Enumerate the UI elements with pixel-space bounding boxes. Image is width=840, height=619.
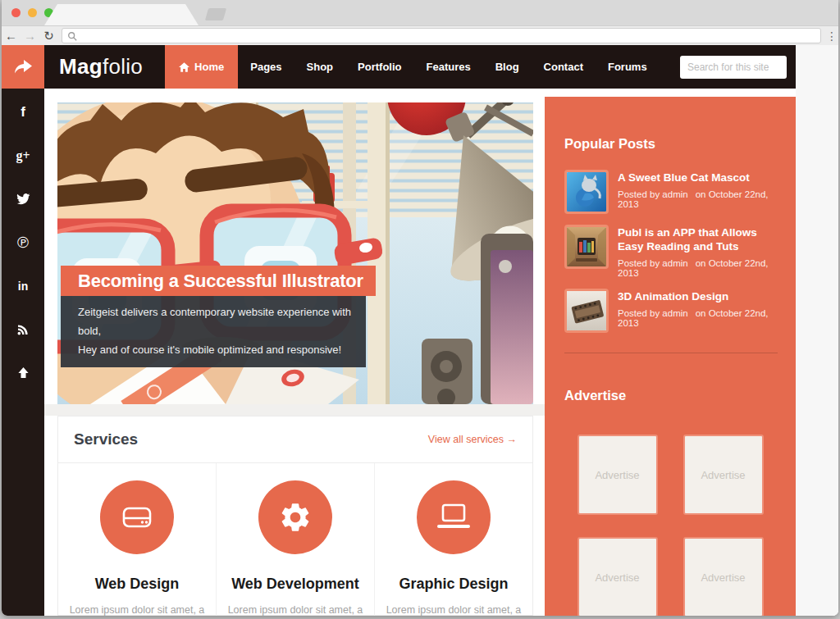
site-logo[interactable]: Magfolio — [44, 45, 165, 89]
site-search-input[interactable] — [680, 56, 787, 79]
logo-light: folio — [103, 54, 143, 80]
nav-label: Features — [426, 61, 470, 73]
address-bar[interactable] — [62, 28, 821, 43]
advertise-label: Advertise — [701, 571, 745, 584]
nav-item-features[interactable]: Features — [413, 45, 482, 89]
post-author: Posted by admin — [618, 258, 688, 268]
post-thumbnail — [564, 170, 609, 214]
nav-item-pages[interactable]: Pages — [238, 45, 294, 89]
browser-menu-icon[interactable]: ⋮ — [825, 30, 838, 43]
nav-item-forums[interactable]: Forums — [596, 45, 660, 89]
view-all-services-link[interactable]: View all services → — [428, 434, 517, 445]
share-button[interactable] — [2, 45, 44, 89]
close-button[interactable] — [11, 8, 21, 17]
forward-button[interactable]: → — [21, 26, 39, 45]
webpage: Magfolio Home Pages Shop Portfolio Featu… — [2, 45, 838, 616]
post-text: A Sweet Blue Cat Mascot Posted by admino… — [618, 170, 779, 214]
scroll-top-button[interactable] — [2, 351, 44, 394]
browser-chrome: ← → ↻ ⋮ — [2, 0, 838, 45]
post-title: Publ is an APP that Allows Easy Reading … — [618, 225, 779, 253]
new-tab-button[interactable] — [205, 8, 226, 20]
browser-tab[interactable] — [44, 4, 199, 25]
back-button[interactable]: ← — [2, 26, 21, 45]
service-card-graphic-design[interactable]: Graphic Design Lorem ipsum dolor sit ame… — [374, 463, 532, 616]
twitter-icon[interactable] — [2, 177, 44, 221]
advertise-label: Advertise — [701, 469, 745, 481]
post-meta: Posted by adminon October 22nd, 2013 — [618, 189, 779, 209]
main-navigation: Home Pages Shop Portfolio Features Blog … — [165, 45, 660, 89]
nav-label: Contact — [544, 61, 583, 73]
nav-item-contact[interactable]: Contact — [532, 45, 596, 89]
search-icon — [67, 31, 77, 41]
popular-posts-list: A Sweet Blue Cat Mascot Posted by admino… — [564, 170, 779, 333]
service-icon-circle — [100, 480, 174, 554]
toolbar: ← → ↻ ⋮ — [2, 25, 838, 46]
post-item-blue-cat[interactable]: A Sweet Blue Cat Mascot Posted by admino… — [564, 170, 779, 214]
nav-item-home[interactable]: Home — [165, 45, 238, 89]
nav-label: Pages — [250, 61, 281, 73]
service-title: Graphic Design — [399, 576, 508, 593]
service-icon-circle — [417, 480, 491, 554]
page-right-margin — [796, 45, 838, 616]
service-excerpt: Lorem ipsum dolor sit amet, a — [70, 604, 205, 616]
gplus-glyph: g+ — [16, 148, 30, 163]
google-plus-icon[interactable]: g+ — [2, 134, 44, 177]
advertise-slot-4[interactable]: Advertise — [683, 537, 764, 616]
rss-icon[interactable] — [2, 307, 44, 351]
advertise-slot-2[interactable]: Advertise — [683, 435, 764, 515]
facebook-glyph: f — [21, 104, 25, 121]
hero-title-banner[interactable]: Becoming a Successful Illustrator — [61, 266, 376, 296]
hero-subtitle-line1: Zeitgeist delivers a contemporary websit… — [78, 303, 354, 340]
film-reel-thumbnail-image — [567, 291, 606, 330]
service-title: Web Development — [231, 576, 359, 593]
site-header: Magfolio Home Pages Shop Portfolio Featu… — [44, 45, 796, 89]
linkedin-icon[interactable]: in — [2, 264, 44, 307]
pinterest-glyph: ℗ — [17, 234, 29, 252]
service-card-web-design[interactable]: Web Design Lorem ipsum dolor sit amet, a — [58, 463, 216, 616]
linkedin-glyph: in — [18, 280, 28, 293]
advertise-slot-3[interactable]: Advertise — [578, 537, 658, 616]
logo-bold: Mag — [59, 54, 103, 80]
nav-label: Blog — [495, 61, 519, 73]
advertise-grid: Advertise Advertise Advertise Advertise — [545, 435, 796, 616]
facebook-icon[interactable]: f — [2, 90, 44, 134]
browser-window: ← → ↻ ⋮ — [2, 0, 838, 616]
hero-subtitle-line2: Hey and of course it's mobile optimized … — [78, 340, 354, 359]
service-title: Web Design — [95, 576, 180, 593]
bookshelf-app-thumbnail-image — [567, 227, 606, 266]
service-excerpt: Lorem ipsum dolor sit amet, a — [386, 604, 522, 616]
post-title: 3D Animation Design — [618, 289, 779, 303]
social-sidebar: f g+ ℗ in — [2, 89, 44, 616]
service-excerpt: Lorem ipsum dolor sit amet, a — [228, 604, 363, 616]
minimize-button[interactable] — [28, 8, 37, 17]
hero-slide[interactable]: Becoming a Successful Illustrator Zeitge… — [57, 102, 533, 404]
post-item-publ-app[interactable]: Publ is an APP that Allows Easy Reading … — [564, 225, 779, 278]
advertise-label: Advertise — [595, 469, 639, 481]
services-header: Services View all services → — [58, 416, 532, 463]
post-author: Posted by admin — [618, 189, 688, 199]
post-meta: Posted by adminon October 22nd, 2013 — [618, 258, 779, 278]
speaker — [422, 339, 472, 404]
post-text: Publ is an APP that Allows Easy Reading … — [618, 225, 779, 278]
post-thumbnail — [564, 289, 609, 333]
gear-icon — [278, 500, 313, 535]
post-title: A Sweet Blue Cat Mascot — [618, 171, 779, 184]
services-section: Services View all services → Web Design — [57, 416, 533, 616]
widget-sidebar: Popular Posts — [545, 97, 796, 616]
nav-label: Forums — [608, 61, 647, 73]
pinterest-icon[interactable]: ℗ — [2, 221, 44, 264]
nav-item-blog[interactable]: Blog — [483, 45, 532, 89]
twitter-bird-icon — [16, 193, 30, 205]
service-card-web-development[interactable]: Web Development Lorem ipsum dolor sit am… — [216, 463, 374, 616]
nav-label: Home — [194, 61, 224, 73]
services-columns: Web Design Lorem ipsum dolor sit amet, a… — [58, 463, 532, 616]
post-thumbnail — [564, 225, 609, 269]
post-item-3d-animation[interactable]: 3D Animation Design Posted by adminon Oc… — [564, 289, 779, 333]
url-input[interactable] — [81, 30, 815, 43]
hard-drive-icon — [121, 501, 153, 534]
nav-item-portfolio[interactable]: Portfolio — [345, 45, 413, 89]
refresh-button[interactable]: ↻ — [39, 26, 58, 45]
nav-item-shop[interactable]: Shop — [294, 45, 346, 89]
advertise-slot-1[interactable]: Advertise — [578, 435, 658, 515]
laptop-icon — [436, 503, 472, 531]
